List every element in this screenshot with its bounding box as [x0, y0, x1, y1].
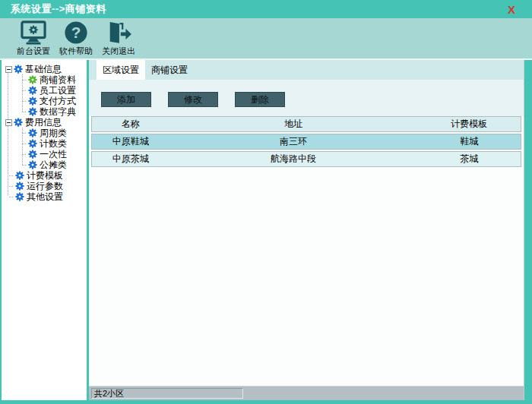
- toolbar-item-label: 关闭退出: [102, 46, 135, 57]
- content-panel: 区域设置 商铺设置 添加 修改 删除 名称 地址 计费模板 中原鞋城: [89, 60, 524, 400]
- monitor-gear-icon: [21, 21, 46, 45]
- gear-icon: [15, 171, 24, 180]
- exit-door-icon: [106, 21, 131, 45]
- tab-shop-settings[interactable]: 商铺设置: [145, 60, 194, 80]
- action-button-row: 添加 修改 删除: [89, 80, 524, 107]
- svg-text:?: ?: [71, 24, 81, 41]
- column-header-address: 地址: [169, 118, 418, 131]
- gear-icon: [28, 86, 37, 95]
- toolbar: 前台设置 ? 软件帮助 关闭退出: [0, 18, 532, 60]
- table-row[interactable]: 中原茶城 航海路中段 茶城: [91, 151, 521, 167]
- close-icon[interactable]: X: [508, 4, 521, 15]
- app-window: 系统设置-->商铺资料 X 前台设置: [0, 0, 532, 404]
- tree-children-basic-info: 商铺资料 员工设置 支付方式 数据字典: [22, 74, 87, 117]
- help-circle-icon: ?: [64, 21, 88, 45]
- collapse-box-icon[interactable]: [5, 119, 12, 126]
- toolbar-exit-button[interactable]: 关闭退出: [97, 21, 140, 57]
- window-title: 系统设置-->商铺资料: [11, 2, 106, 16]
- column-header-name: 名称: [92, 118, 169, 131]
- tab-strip: 区域设置 商铺设置: [89, 60, 524, 80]
- column-header-template: 计费模板: [418, 118, 521, 131]
- status-count-box: 共2小区: [91, 388, 243, 399]
- gear-icon: [28, 75, 37, 84]
- toolbar-help-button[interactable]: ? 软件帮助: [55, 21, 97, 57]
- table-row[interactable]: 中原鞋城 南三环 鞋城: [91, 134, 521, 150]
- title-bar: 系统设置-->商铺资料 X: [0, 0, 532, 18]
- gear-icon: [14, 118, 23, 127]
- gear-icon: [28, 128, 37, 137]
- delete-button[interactable]: 删除: [235, 92, 285, 107]
- tab-page-region-settings: 添加 修改 删除 名称 地址 计费模板 中原鞋城 南三环 鞋城: [89, 80, 524, 386]
- gear-icon: [14, 65, 23, 74]
- tree-children-fee-info: 周期类 计数类 一次性 公摊类: [22, 128, 87, 170]
- toolbar-frontdesk-settings-button[interactable]: 前台设置: [12, 21, 55, 57]
- gear-icon: [28, 160, 37, 169]
- gear-icon: [28, 107, 37, 116]
- gear-icon: [15, 192, 24, 201]
- toolbar-item-label: 软件帮助: [59, 46, 93, 57]
- table-header-row: 名称 地址 计费模板: [91, 116, 521, 132]
- tab-region-settings[interactable]: 区域设置: [97, 60, 145, 80]
- tree-node-other-settings[interactable]: 其他设置: [3, 191, 87, 202]
- gear-icon: [28, 96, 37, 106]
- gear-icon: [28, 150, 37, 159]
- navigation-tree: 基础信息 商铺资料 员工设置 支付方式 数据字典: [2, 60, 87, 400]
- modify-button[interactable]: 修改: [168, 92, 218, 107]
- toolbar-item-label: 前台设置: [17, 46, 50, 57]
- collapse-box-icon[interactable]: [5, 66, 12, 73]
- gear-icon: [15, 181, 24, 191]
- add-button[interactable]: 添加: [101, 92, 151, 107]
- status-bar: 共2小区: [89, 386, 524, 400]
- gear-icon: [28, 139, 37, 148]
- region-table: 名称 地址 计费模板 中原鞋城 南三环 鞋城 中原茶城 航海路中段 茶城: [91, 116, 521, 167]
- main-area: 基础信息 商铺资料 员工设置 支付方式 数据字典: [0, 60, 532, 404]
